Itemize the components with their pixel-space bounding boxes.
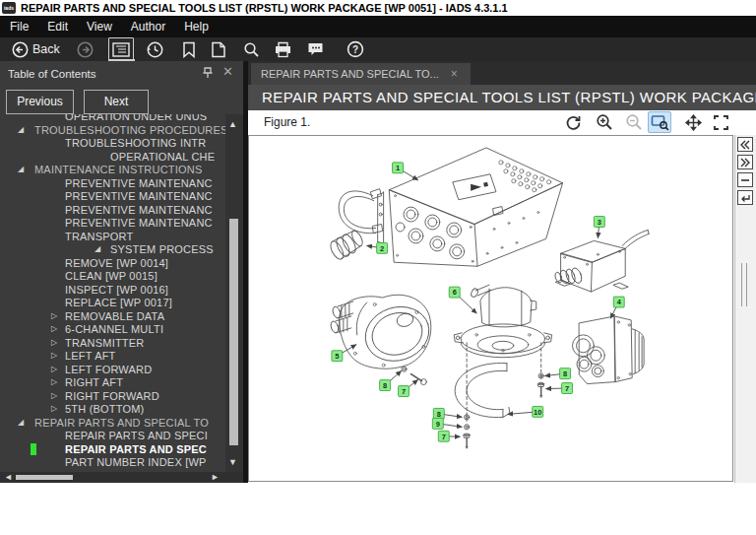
document-tab[interactable]: REPAIR PARTS AND SPECIAL TO... × — [251, 63, 471, 85]
toc-item-label: TRANSMITTER — [65, 337, 144, 349]
scroll-right-arrow-icon[interactable]: ► — [211, 472, 220, 482]
callout-number: 9 — [436, 420, 440, 429]
print-button[interactable] — [274, 37, 292, 61]
window-title: REPAIR PARTS AND SPECIAL TOOLS LIST (RPS… — [21, 2, 508, 14]
toc-tree: OPERATION UNDER UNUS◢TROUBLESHOOTING PRO… — [0, 114, 225, 472]
refresh-button[interactable] — [561, 111, 585, 133]
toc-item-label: 5TH (BOTTOM) — [65, 403, 144, 415]
menu-file[interactable]: File — [10, 20, 29, 33]
history-button[interactable] — [146, 37, 164, 61]
bookmark-button[interactable] — [182, 37, 196, 61]
toc-item-label: OPERATIONAL CHE — [110, 151, 215, 163]
toc-item-label: REPAIR PARTS AND SPECIAL TO — [34, 417, 209, 429]
toc-item-label: OPERATION UNDER UNUS — [65, 114, 207, 122]
toc-item-label: TRANSPORT — [65, 231, 133, 242]
expander-closed-icon[interactable]: ▷ — [51, 324, 57, 333]
back-label: Back — [32, 42, 60, 56]
search-button[interactable] — [243, 37, 260, 61]
scroll-down-arrow-icon[interactable]: ▼ — [228, 457, 237, 467]
callout-number: 1 — [396, 164, 400, 172]
app-icon: iads — [2, 2, 16, 14]
expander-closed-icon[interactable]: ▷ — [51, 365, 57, 373]
expander-closed-icon[interactable]: ▷ — [51, 351, 57, 360]
expander-closed-icon[interactable]: ▷ — [51, 377, 57, 386]
toc-item-label: REPAIR PARTS AND SPEC — [65, 443, 207, 455]
toc-panel: Table of Contents ✕ Previous Next OPERAT… — [0, 61, 243, 483]
figure-callouts: 123456878710897 — [332, 163, 624, 441]
callout-number: 7 — [402, 387, 406, 396]
toc-item-label: TROUBLESHOOTING PROCEDURES — [34, 124, 225, 136]
menu-author[interactable]: Author — [131, 20, 165, 33]
help-button[interactable]: ? — [346, 37, 364, 61]
toc-item-label: INSPECT [WP 0016] — [65, 284, 168, 296]
fit-screen-button[interactable] — [709, 111, 732, 133]
toc-close-icon[interactable]: ✕ — [222, 64, 233, 79]
callout-number: 2 — [380, 244, 384, 253]
callout-number: 6 — [453, 288, 457, 297]
marquee-zoom-button[interactable] — [648, 111, 671, 133]
tab-close-icon[interactable]: × — [451, 67, 458, 81]
right-side-strip — [734, 135, 756, 483]
return-button[interactable] — [737, 190, 753, 205]
tab-label: REPAIR PARTS AND SPECIAL TO... — [261, 68, 439, 80]
expander-open-icon[interactable]: ◢ — [18, 418, 24, 427]
pan-button[interactable] — [681, 111, 705, 133]
toc-item-label: REPAIR PARTS AND SPECI — [65, 430, 208, 441]
svg-text:?: ? — [352, 44, 358, 55]
strip-splitter-grip[interactable] — [741, 263, 747, 306]
scroll-left-arrow-icon[interactable]: ◄ — [4, 472, 13, 482]
table-of-contents-button[interactable] — [108, 37, 134, 61]
forward-button[interactable] — [77, 37, 94, 61]
comment-button[interactable] — [307, 37, 324, 61]
new-page-button[interactable] — [211, 37, 226, 61]
next-button[interactable]: Next — [84, 90, 149, 114]
main-toolbar: Back ? — [0, 37, 756, 61]
toc-item-label: RIGHT AFT — [65, 376, 123, 388]
menu-view[interactable]: View — [87, 20, 112, 33]
toc-vscroll-thumb[interactable] — [229, 219, 238, 445]
toc-item-label: REMOVE [WP 0014] — [65, 257, 168, 269]
figure-toolbar: Figure 1. — [248, 110, 756, 135]
current-item-indicator — [31, 443, 36, 455]
callout-number: 7 — [565, 384, 569, 393]
title-bar: iads REPAIR PARTS AND SPECIAL TOOLS LIST… — [0, 0, 756, 16]
collapse-right-button[interactable] — [737, 155, 753, 169]
toc-panel-title: Table of Contents — [8, 68, 96, 80]
back-button[interactable]: Back — [12, 37, 60, 61]
toc-horizontal-scrollbar[interactable]: ◄ ► — [0, 472, 243, 483]
scroll-up-arrow-icon[interactable]: ▲ — [228, 119, 237, 129]
toc-item-label: PREVENTIVE MAINTENANC — [65, 204, 213, 216]
toc-item-label: PART NUMBER INDEX [WP — [65, 456, 207, 468]
toc-item-label: TROUBLESHOOTING INTR — [65, 137, 206, 149]
callout-number: 8 — [383, 381, 387, 390]
figure-caption: Figure 1. — [264, 115, 310, 129]
minimize-strip-button[interactable] — [737, 172, 753, 187]
expander-open-icon[interactable]: ◢ — [18, 125, 24, 134]
expander-closed-icon[interactable]: ▷ — [51, 391, 57, 400]
toc-item-label: PREVENTIVE MAINTENANC — [65, 177, 213, 189]
toc-item-label: MAINTENANCE INSTRUCTIONS — [34, 164, 202, 175]
callout-number: 7 — [442, 433, 446, 441]
expander-closed-icon[interactable]: ▷ — [51, 338, 57, 347]
pin-icon[interactable] — [201, 66, 215, 84]
callout-number: 5 — [335, 352, 339, 361]
expander-closed-icon[interactable]: ▷ — [51, 404, 57, 413]
zoom-out-button[interactable] — [622, 111, 646, 133]
previous-button[interactable]: Previous — [6, 90, 74, 114]
expander-closed-icon[interactable]: ▷ — [51, 311, 57, 320]
callout-number: 3 — [598, 218, 601, 227]
exploded-view-line-art — [328, 148, 649, 448]
callout-number: 10 — [534, 408, 541, 417]
menu-help[interactable]: Help — [184, 20, 209, 33]
zoom-in-button[interactable] — [593, 111, 616, 133]
figure-viewer[interactable]: 123456878710897 — [248, 135, 733, 482]
toc-item-label: SYSTEM PROCESS — [110, 243, 214, 255]
menu-edit[interactable]: Edit — [47, 20, 68, 33]
toc-hscroll-thumb[interactable] — [16, 475, 73, 480]
expander-open-icon[interactable]: ◢ — [18, 165, 24, 173]
toc-item-label: PREVENTIVE MAINTENANC — [65, 190, 213, 202]
toc-item-label: RIGHT FORWARD — [65, 390, 159, 402]
toc-vertical-scrollbar[interactable]: ▲ ▼ — [225, 114, 243, 472]
collapse-left-button[interactable] — [737, 137, 753, 152]
expander-open-icon[interactable]: ◢ — [94, 244, 100, 253]
